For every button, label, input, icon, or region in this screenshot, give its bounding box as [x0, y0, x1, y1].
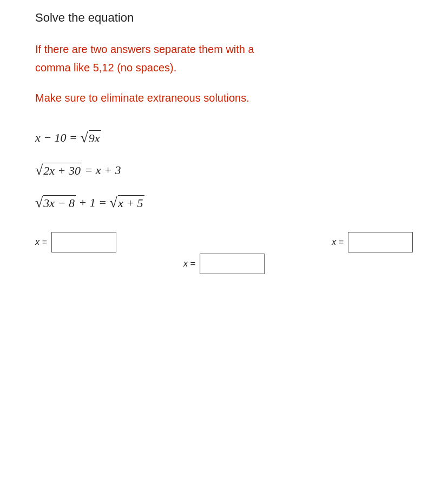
answer-group-eq2: x = [183, 254, 265, 274]
sqrt-content-3a: 3x − 8 [43, 195, 76, 210]
answers-section: x = x = x = [35, 232, 413, 297]
sqrt-content-3b: x + 5 [118, 195, 144, 210]
equations-section: x − 10 = √ 9x √ 2x + 30 = x + 3 √ 3x − 8… [35, 130, 413, 210]
answer-group-eq3: x = [332, 232, 413, 252]
answer-input-eq3[interactable] [348, 232, 413, 252]
instruction-line3: Make sure to eliminate extraneous soluti… [35, 92, 413, 104]
answer-group-eq1: x = [35, 232, 116, 252]
equation-2: √ 2x + 30 = x + 3 [35, 163, 413, 178]
sqrt-sign-3b: √ [110, 196, 117, 210]
sqrt-content-2: 2x + 30 [43, 163, 82, 178]
x-label-eq2: x = [183, 259, 195, 269]
page-title: Solve the equation [35, 11, 413, 25]
answer-input-eq2[interactable] [200, 254, 265, 274]
x-label-eq1: x = [35, 237, 47, 247]
equation-3: √ 3x − 8 + 1 = √ x + 5 [35, 195, 413, 210]
equation-1: x − 10 = √ 9x [35, 130, 413, 145]
sqrt-sign-2: √ [35, 163, 43, 177]
instruction-line1: If there are two answers separate them w… [35, 40, 413, 77]
answers-container: x = x = x = [35, 232, 413, 297]
sqrt-sign-3a: √ [35, 196, 43, 210]
x-label-eq3: x = [332, 237, 344, 247]
sqrt-content-1: 9x [89, 130, 101, 145]
sqrt-sign-1: √ [80, 131, 88, 145]
answer-input-eq1[interactable] [51, 232, 116, 252]
